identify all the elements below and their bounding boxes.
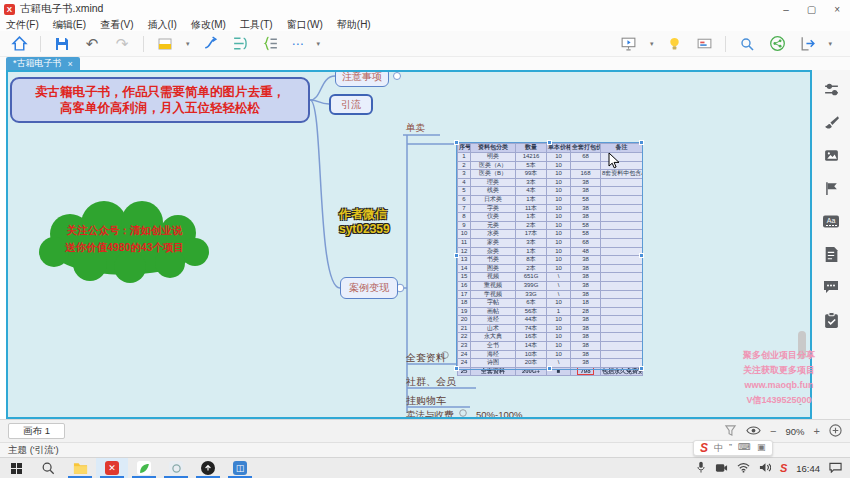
table-row: 11家类3本1068 — [458, 238, 643, 247]
resize-handle[interactable] — [454, 366, 459, 371]
svg-text:Aa: Aa — [827, 216, 836, 223]
taskbar-xmind[interactable]: ✕ — [96, 458, 128, 478]
topic-community[interactable]: 社群、会员 — [406, 375, 456, 389]
sogou-tool-icon[interactable]: 中 — [714, 442, 723, 455]
menu-item[interactable]: 修改(M) — [191, 18, 226, 32]
menu-item[interactable]: 工具(T) — [240, 18, 273, 32]
undo-button[interactable]: ↶ — [83, 35, 101, 53]
slide-card-icon[interactable] — [695, 35, 713, 53]
search-icon[interactable] — [738, 35, 756, 53]
more-tools-icon[interactable]: ⋯ — [292, 37, 305, 51]
taskbar-app-grey[interactable] — [160, 458, 192, 478]
sogou-tray-icon[interactable]: S — [780, 462, 787, 474]
wifi-icon[interactable] — [737, 459, 750, 477]
taskbar-search-icon[interactable] — [32, 458, 64, 478]
resize-handle[interactable] — [639, 140, 644, 145]
sogou-tool-icon[interactable]: ▣ — [757, 442, 766, 455]
menu-item[interactable]: 帮助(H) — [337, 18, 371, 32]
notes-icon[interactable] — [822, 245, 840, 263]
menu-item[interactable]: 编辑(E) — [53, 18, 86, 32]
cloud-note[interactable]: 关注公众号：清如创业说 送你价值4980的43个项目 — [32, 200, 217, 284]
microphone-icon[interactable] — [696, 459, 706, 477]
watermark-line: 聚多创业项目分享 — [715, 348, 843, 363]
zoom-level[interactable]: 90% — [786, 426, 805, 437]
task-clipboard-icon[interactable] — [822, 311, 840, 329]
notification-icon[interactable] — [829, 459, 842, 477]
watermark-line: 关注获取更多项目 — [715, 363, 843, 378]
export-caret-icon[interactable]: ▾ — [828, 40, 832, 48]
mindmap-canvas[interactable]: 卖古籍电子书，作品只需要简单的图片去重， 高客单价高利润，月入五位轻轻松松 注意… — [6, 70, 812, 419]
minimize-button[interactable]: – — [783, 4, 789, 15]
resize-handle[interactable] — [547, 140, 552, 145]
sheet-tab[interactable]: 画布 1 — [8, 423, 65, 439]
table-row: 17学视频33G\38 — [458, 290, 643, 299]
resize-handle[interactable] — [454, 140, 459, 145]
resize-handle[interactable] — [639, 253, 644, 258]
comment-icon[interactable] — [822, 278, 840, 296]
camera-icon[interactable] — [715, 459, 728, 477]
tab-close-icon[interactable]: × — [68, 59, 73, 69]
style-brush-icon[interactable] — [822, 113, 840, 131]
filter-icon[interactable] — [724, 424, 737, 439]
insert-sheet-icon[interactable] — [156, 35, 174, 53]
topic-pricing[interactable]: 卖法与收费 — [406, 409, 454, 419]
price-table-image[interactable]: 序号资料包分类数量单本价格全套打包价备注 1明类1421610682医类（A）5… — [457, 143, 642, 369]
maximize-button[interactable]: ▢ — [807, 4, 816, 15]
taskbar-app-blue[interactable]: ◫ — [224, 458, 256, 478]
topic-notice[interactable]: 注意事项 — [335, 70, 389, 87]
taskbar-app-dark[interactable] — [192, 458, 224, 478]
sogou-tool-icon[interactable]: ⌨ — [738, 442, 751, 455]
resize-handle[interactable] — [639, 366, 644, 371]
summary-icon[interactable] — [232, 35, 250, 53]
presentation-caret-icon[interactable]: ▾ — [650, 40, 654, 48]
close-button[interactable]: × — [834, 4, 840, 15]
table-row: 4理类3本1038 — [458, 178, 643, 187]
redo-button[interactable]: ↷ — [113, 35, 131, 53]
relationship-icon[interactable] — [202, 35, 220, 53]
resize-handle[interactable] — [547, 366, 552, 371]
taskbar-file-explorer[interactable] — [64, 458, 96, 478]
topic-cart[interactable]: 挂购物车 — [406, 394, 446, 408]
export-icon[interactable] — [798, 35, 816, 53]
table-header-cell: 备注 — [601, 144, 643, 153]
sogou-input-bar[interactable]: S 中”⌨▣ — [693, 440, 773, 456]
resize-handle[interactable] — [454, 253, 459, 258]
topic-traffic[interactable]: 引流 — [329, 94, 373, 115]
mouse-cursor — [608, 152, 620, 170]
topic-case[interactable]: 案例变现 — [340, 277, 398, 299]
sogou-logo[interactable]: S — [700, 441, 708, 455]
fit-map-icon[interactable] — [829, 424, 842, 439]
clock[interactable]: 16:44 — [796, 463, 820, 474]
menu-item[interactable]: 窗口(W) — [287, 18, 323, 32]
start-button[interactable] — [0, 458, 32, 478]
image-icon[interactable] — [822, 146, 840, 164]
menu-item[interactable]: 插入(I) — [147, 18, 176, 32]
sheet-caret-icon[interactable]: ▾ — [186, 40, 190, 48]
volume-icon[interactable] — [759, 459, 771, 477]
save-button[interactable] — [53, 35, 71, 53]
format-icon[interactable] — [822, 80, 840, 98]
marker-flag-icon[interactable] — [822, 179, 840, 197]
table-row: 9元类2本1058 — [458, 221, 643, 230]
topic-full-set[interactable]: 全套资料 — [406, 351, 446, 365]
topic-single-sale[interactable]: 单卖 — [406, 122, 425, 135]
lightbulb-icon[interactable] — [665, 35, 683, 53]
menu-item[interactable]: 文件(F) — [6, 18, 39, 32]
share-icon[interactable] — [768, 35, 786, 53]
central-topic[interactable]: 卖古籍电子书，作品只需要简单的图片去重， 高客单价高利润，月入五位轻轻松松 — [10, 77, 310, 123]
sogou-tool-icon[interactable]: ” — [729, 442, 732, 455]
toolbar-divider — [40, 36, 41, 52]
more-caret-icon[interactable]: ▾ — [317, 40, 321, 48]
eye-icon[interactable] — [746, 424, 761, 439]
label-icon[interactable]: Aa — [822, 212, 840, 230]
taskbar-app-green[interactable] — [128, 458, 160, 478]
xmind-logo: X — [4, 4, 15, 15]
tab-document[interactable]: *古籍电子书 × — [6, 57, 80, 70]
zoom-out-button[interactable]: − — [770, 425, 776, 437]
zoom-in-button[interactable]: + — [814, 425, 820, 437]
presentation-icon[interactable] — [620, 35, 638, 53]
menu-item[interactable]: 查看(V) — [100, 18, 133, 32]
topic-pricing-value[interactable]: 50%-100% — [476, 409, 522, 419]
outline-icon[interactable] — [262, 35, 280, 53]
home-icon[interactable] — [10, 35, 28, 53]
